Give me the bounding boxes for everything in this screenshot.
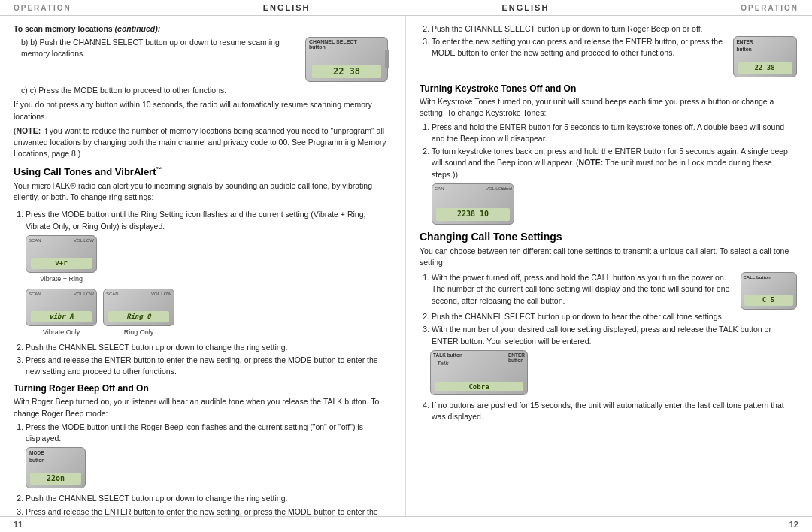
roger-beep-section: Turning Roger Beep Off and On With Roger…	[14, 383, 392, 516]
keystroke-para: With Keystroke Tones turned on, your uni…	[420, 96, 798, 119]
header-english-left: ENGLISH	[263, 3, 311, 12]
ring-only-label: Ring Only	[124, 328, 154, 337]
continued-steps-section: Push the CHANNEL SELECT button up or dow…	[420, 23, 798, 77]
ring-settings-steps: Press the MODE button until the Ring Set…	[14, 209, 392, 377]
vibrate-only-img: SCAN VOL LOW vibr A Vibrate Only	[26, 289, 97, 337]
channel-select-device: CHANNEL SELECTbutton 22 38	[301, 37, 392, 82]
left-page: To scan memory locations (continued): b)…	[0, 16, 406, 516]
step-c-label: c)	[21, 86, 28, 95]
page-number-left: 11	[14, 520, 23, 529]
para2: (NOTE: If you want to reduce the number …	[14, 125, 392, 160]
call-tone-step2: Push the CHANNEL SELECT button up or dow…	[432, 311, 798, 322]
continued-step3: To enter the new setting you can press a…	[432, 36, 798, 77]
roger-step1: Press the MODE button until the Roger Be…	[26, 422, 392, 488]
keystroke-step1: Press and hold the ENTER button for 5 se…	[432, 122, 798, 144]
keystroke-step2: To turn keystroke tones back on, press a…	[432, 146, 798, 225]
enter-device-img: ENTERbutton 22 38	[731, 36, 798, 77]
keystroke-device-img: CAN VOL LOW annel 2238 10	[432, 183, 514, 225]
mode-device-img: MODEbutton 22on	[26, 447, 86, 488]
note-label: NOTE:	[17, 126, 41, 135]
step-b-content: b) Push the CHANNEL SELECT button up or …	[21, 38, 280, 58]
talk-enter-device-img: TALK button ENTERbutton Talk Cobra	[430, 350, 528, 395]
bottom-bar: 11 12	[0, 516, 812, 532]
ring-step1: Press the MODE button until the Ring Set…	[26, 209, 392, 337]
ring-step2: Push the CHANNEL SELECT button up or dow…	[26, 342, 392, 353]
call-tones-para: Your microTALK® radio can alert you to i…	[14, 180, 392, 203]
call-tones-title: Using Call Tones and VibrAlert™	[14, 166, 392, 177]
call-tone-step4: If no buttons are pushed for 15 seconds,…	[432, 400, 798, 422]
roger-beep-para: With Roger Beep turned on, your listener…	[14, 396, 392, 419]
call-tone-step4-list: If no buttons are pushed for 15 seconds,…	[420, 400, 798, 422]
roger-step3: Press and release the ENTER button to en…	[26, 506, 392, 516]
call-tone-step1: With the power turned off, press and hol…	[432, 272, 798, 310]
para1: If you do not press any button within 10…	[14, 99, 392, 122]
step-b-label: b)	[21, 38, 28, 47]
ring-settings-section: Press the MODE button until the Ring Set…	[14, 209, 392, 377]
step-c-content: c) Press the MODE button to proceed to o…	[30, 86, 226, 95]
scan-title: To scan memory locations	[14, 24, 113, 33]
call-tone-para: You can choose between ten different cal…	[420, 246, 798, 268]
call-tone-section: Changing Call Tone Settings You can choo…	[420, 231, 798, 423]
continued-step2: Push the CHANNEL SELECT button up or dow…	[432, 23, 798, 35]
header-operation-right: OPERATION	[741, 4, 798, 12]
vibrate-plus-ring-img: SCAN VOL LOW v+r Vibrate + Ring	[26, 235, 97, 284]
call-tones-section: Using Call Tones and VibrAlert™ Your mic…	[14, 166, 392, 204]
scan-memory-section: To scan memory locations (continued): b)…	[14, 23, 392, 160]
call-tone-step3: With the number of your desired call ton…	[432, 324, 798, 346]
right-page: Push the CHANNEL SELECT button up or dow…	[406, 16, 812, 516]
vibrate-only-label: Vibrate Only	[43, 328, 80, 337]
keystroke-title: Turning Keystroke Tones Off and On	[420, 83, 798, 94]
ring-step3: Press and release the ENTER button to en…	[26, 355, 392, 377]
call-tone-steps: With the power turned off, press and hol…	[420, 272, 798, 347]
call-device-img: CALL button C 5	[738, 272, 798, 310]
keystroke-section: Turning Keystroke Tones Off and On With …	[420, 83, 798, 225]
step-b-text: b) b) Push the CHANNEL SELECT button up …	[21, 37, 295, 62]
ring-only-img: SCAN VOL LOW Ring 0 Ring Only	[103, 289, 174, 337]
roger-beep-steps: Press the MODE button until the Roger Be…	[14, 422, 392, 516]
keystroke-steps: Press and hold the ENTER button for 5 se…	[420, 122, 798, 225]
continued-steps: Push the CHANNEL SELECT button up or dow…	[420, 23, 798, 77]
page-number-right: 12	[789, 520, 798, 529]
header-english-right: ENGLISH	[501, 3, 549, 12]
vibrate-ring-label: Vibrate + Ring	[40, 274, 83, 284]
roger-beep-title: Turning Roger Beep Off and On	[14, 383, 392, 394]
roger-step2: Push the CHANNEL SELECT button up or dow…	[26, 493, 392, 504]
header-operation-left: OPERATION	[14, 4, 71, 12]
top-bar: OPERATION ENGLISH ENGLISH OPERATION	[0, 0, 812, 16]
scan-title-cont: (continued):	[115, 24, 161, 33]
call-tone-title: Changing Call Tone Settings	[420, 231, 798, 243]
